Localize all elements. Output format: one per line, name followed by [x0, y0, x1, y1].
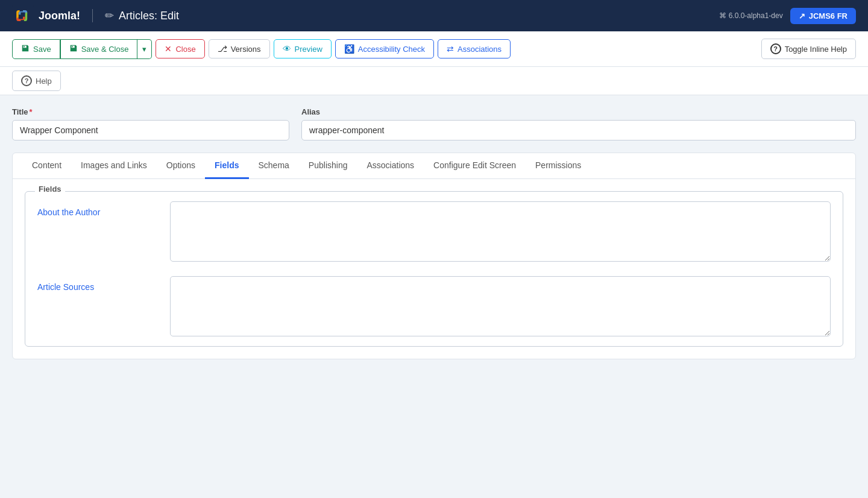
versions-button[interactable]: ⎇ Versions: [209, 39, 270, 58]
top-bar: Joomla! ✏ Articles: Edit ⌘ 6.0.0-alpha1-…: [0, 0, 868, 31]
tab-publishing[interactable]: Publishing: [299, 153, 357, 179]
associations-button[interactable]: ⇄ Associations: [438, 39, 511, 58]
chevron-down-icon: ▾: [142, 45, 146, 54]
save-button-group: Save Save & Close ▾: [12, 39, 152, 59]
save-icon: [21, 44, 30, 54]
save-close-icon: [69, 44, 78, 54]
article-sources-label: Article Sources: [37, 276, 158, 292]
close-button[interactable]: ✕ Close: [156, 39, 204, 58]
save-dropdown-button[interactable]: ▾: [137, 39, 152, 59]
close-icon: ✕: [165, 44, 172, 54]
help-button[interactable]: ? Help: [12, 71, 61, 91]
fields-legend: Fields: [35, 184, 65, 194]
help-icon: ?: [21, 75, 32, 86]
about-author-label: About the Author: [37, 201, 158, 217]
title-group: Title*: [12, 107, 289, 140]
alias-group: Alias: [301, 107, 856, 140]
preview-icon: 👁: [283, 44, 291, 54]
top-bar-left: Joomla! ✏ Articles: Edit: [12, 5, 179, 27]
save-button[interactable]: Save: [12, 39, 60, 59]
external-link-icon: ↗: [799, 11, 805, 20]
tab-schema[interactable]: Schema: [249, 153, 299, 179]
fields-panel: Fields About the Author Article Sources: [13, 179, 855, 359]
tab-fields[interactable]: Fields: [205, 153, 248, 179]
version-badge: ⌘ 6.0.0-alpha1-dev: [719, 11, 783, 20]
associations-icon: ⇄: [447, 44, 454, 54]
field-row-article-sources: Article Sources: [37, 276, 831, 336]
user-menu-button[interactable]: ↗ JCMS6 FR: [790, 8, 856, 24]
title-input[interactable]: [12, 120, 289, 140]
content-area: Title* Alias Content Images and Links Op…: [0, 95, 868, 371]
fields-fieldset: Fields About the Author Article Sources: [25, 191, 843, 347]
article-sources-textarea[interactable]: [170, 276, 831, 336]
tabs-container: Content Images and Links Options Fields …: [12, 153, 856, 359]
page-title: ✏ Articles: Edit: [92, 9, 179, 22]
field-row-about-author: About the Author: [37, 201, 831, 262]
save-close-button[interactable]: Save & Close: [60, 39, 138, 59]
joomla-logo: Joomla!: [12, 5, 80, 27]
versions-icon: ⎇: [218, 44, 227, 54]
toolbar: Save Save & Close ▾ ✕ Close ⎇ Versions 👁…: [0, 31, 868, 67]
title-label: Title*: [12, 107, 289, 116]
preview-button[interactable]: 👁 Preview: [274, 39, 332, 58]
tabs-nav: Content Images and Links Options Fields …: [13, 153, 855, 179]
tab-configure-edit-screen[interactable]: Configure Edit Screen: [424, 153, 526, 179]
alias-input[interactable]: [301, 120, 856, 140]
svg-rect-0: [12, 5, 34, 27]
about-author-textarea[interactable]: [170, 201, 831, 262]
help-circle-icon: ?: [770, 43, 781, 54]
logo-text: Joomla!: [39, 10, 80, 22]
accessibility-icon: ♿: [344, 44, 354, 54]
tab-options[interactable]: Options: [157, 153, 205, 179]
toggle-inline-help-button[interactable]: ? Toggle Inline Help: [761, 39, 856, 59]
accessibility-check-button[interactable]: ♿ Accessibility Check: [335, 39, 434, 58]
top-bar-right: ⌘ 6.0.0-alpha1-dev ↗ JCMS6 FR: [719, 8, 856, 24]
tab-content[interactable]: Content: [22, 153, 71, 179]
title-alias-row: Title* Alias: [12, 107, 856, 140]
alias-label: Alias: [301, 107, 856, 116]
tab-images-links[interactable]: Images and Links: [71, 153, 157, 179]
tab-permissions[interactable]: Permissions: [526, 153, 591, 179]
toolbar-row2: ? Help: [0, 67, 868, 95]
tab-associations[interactable]: Associations: [357, 153, 424, 179]
